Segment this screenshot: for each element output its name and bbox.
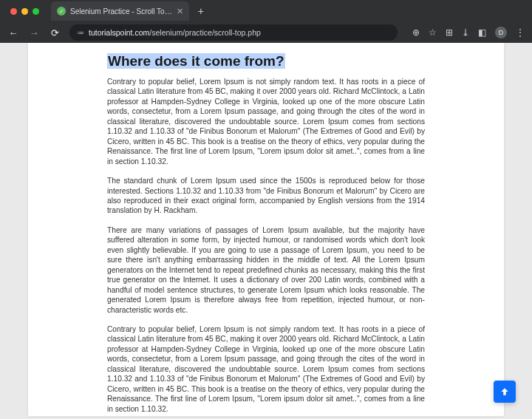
window-minimize-button[interactable] xyxy=(21,8,28,15)
bookmark-icon[interactable]: ☆ xyxy=(429,27,437,38)
page-heading: Where does it come from? xyxy=(107,53,285,69)
page-viewport[interactable]: Where does it come from? Contrary to pop… xyxy=(0,43,532,419)
paragraph: Contrary to popular belief, Lorem Ipsum … xyxy=(107,324,425,414)
tab-favicon-icon: ✓ xyxy=(57,7,66,16)
zoom-icon[interactable]: ⊕ xyxy=(412,27,420,38)
browser-chrome: ✓ Selenium Practice - Scroll To… ✕ + ← →… xyxy=(0,0,532,43)
window-maximize-button[interactable] xyxy=(33,8,39,15)
paragraph: The standard chunk of Lorem Ipsum used s… xyxy=(107,176,425,216)
menu-icon[interactable]: ⋮ xyxy=(516,27,525,38)
new-tab-button[interactable]: + xyxy=(194,5,208,17)
toolbar-right: ⊕ ☆ ⊞ ⤓ ◧ D ⋮ xyxy=(412,27,525,38)
page-content: Where does it come from? Contrary to pop… xyxy=(107,43,425,414)
panel-icon[interactable]: ◧ xyxy=(478,27,486,38)
tab-title: Selenium Practice - Scroll To… xyxy=(70,7,172,16)
reload-button[interactable]: ⟳ xyxy=(49,27,61,38)
url-host: tutorialspoint.com xyxy=(89,28,149,37)
back-button[interactable]: ← xyxy=(7,27,19,38)
paragraph: Contrary to popular belief, Lorem Ipsum … xyxy=(107,77,425,166)
browser-tab[interactable]: ✓ Selenium Practice - Scroll To… ✕ xyxy=(51,1,189,21)
url-text: tutorialspoint.com/selenium/practice/scr… xyxy=(89,28,261,37)
extensions-icon[interactable]: ⊞ xyxy=(446,27,453,38)
address-bar[interactable]: ≔ tutorialspoint.com/selenium/practice/s… xyxy=(69,24,398,41)
paragraph: There are many variations of passages of… xyxy=(107,225,425,315)
profile-avatar[interactable]: D xyxy=(495,27,507,38)
toolbar: ← → ⟳ ≔ tutorialspoint.com/selenium/prac… xyxy=(0,22,532,43)
arrow-up-icon xyxy=(499,386,510,397)
scroll-to-top-button[interactable] xyxy=(494,381,516,403)
page-card: Where does it come from? Contrary to pop… xyxy=(28,43,504,416)
download-icon[interactable]: ⤓ xyxy=(462,27,469,38)
site-info-icon[interactable]: ≔ xyxy=(77,29,84,37)
tab-strip: ✓ Selenium Practice - Scroll To… ✕ + xyxy=(0,0,532,22)
forward-button[interactable]: → xyxy=(28,27,40,38)
window-controls xyxy=(6,8,42,15)
url-path: /selenium/practice/scroll-top.php xyxy=(149,28,261,37)
window-close-button[interactable] xyxy=(10,8,17,15)
tab-close-icon[interactable]: ✕ xyxy=(177,7,183,16)
